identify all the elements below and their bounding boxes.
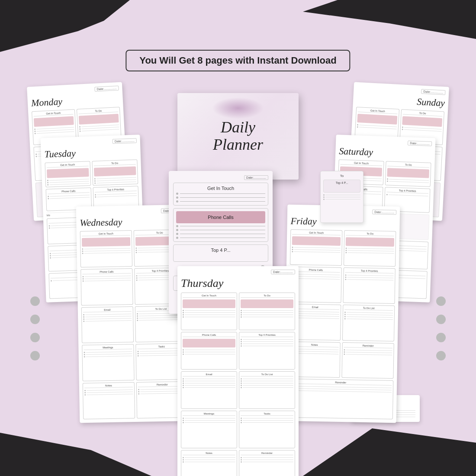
ink-splash-top-left xyxy=(0,0,130,52)
fri-big-reminder: Reminder xyxy=(287,379,394,419)
fri-todo: To Do xyxy=(344,230,396,267)
thu-email: Email xyxy=(181,371,237,409)
thu-notes: Notes xyxy=(181,450,237,476)
monday-date: Date:............... xyxy=(94,86,119,92)
zoom-get-in-touch-label: Get In Touch xyxy=(176,186,265,191)
thu-top4: Top 4 Priorities xyxy=(239,332,295,370)
zoom-top4-partial: Top 4 P... xyxy=(173,244,268,262)
wed-notes: Notes xyxy=(83,382,135,419)
wed-email: Email xyxy=(81,306,134,344)
fri-todolist: To Do List xyxy=(342,305,395,341)
pages-area: Date:............... Monday Get In Touch… xyxy=(22,80,454,457)
saturday-title: Saturday xyxy=(339,145,432,160)
thu-todolist: To Do List xyxy=(239,371,295,409)
thu-todo: To Do xyxy=(239,293,295,330)
wed-get-in-touch: Get In Touch xyxy=(80,230,132,267)
zoom-top4-label: Top 4 P... xyxy=(176,248,265,253)
saturday-todo: To Do xyxy=(385,161,431,187)
ink-splash-top-right xyxy=(303,0,476,39)
top4-partial-overlay: To Top 4 P... xyxy=(320,171,363,223)
zoom-get-in-touch: Get In Touch xyxy=(173,183,268,206)
zoom-phone-calls: Phone Calls xyxy=(173,208,268,242)
thu-get-in-touch: Get In Touch xyxy=(181,293,237,330)
daily-planner-title: DailyPlanner xyxy=(213,119,263,153)
thu-meetings: Meetings xyxy=(181,411,237,448)
right-dots xyxy=(436,296,446,360)
fri-reminder: Reminder xyxy=(341,342,394,379)
zoom-date: Date:............... xyxy=(244,175,268,180)
friday-page: Date:............... Friday Get In Touch… xyxy=(284,205,400,423)
left-dots xyxy=(30,296,40,360)
daily-planner-page: DailyPlanner xyxy=(177,93,299,180)
wed-meetings: Meetings xyxy=(82,344,134,381)
thu-tasks: Tasks xyxy=(239,411,295,448)
sunday-date: Date:............... xyxy=(421,89,445,95)
zoom-phone-calls-label: Phone Calls xyxy=(176,211,265,223)
saturday-date: Date:............... xyxy=(408,141,432,146)
tuesday-date: Date:............... xyxy=(113,138,137,144)
monday-title: Monday xyxy=(31,93,119,109)
thursday-title: Thursday xyxy=(181,277,295,290)
wed-phone-calls: Phone Calls xyxy=(80,268,133,306)
tuesday-todo: To Do xyxy=(92,159,138,186)
sunday-title: Sunday xyxy=(357,93,445,109)
fri-get-in-touch: Get In Touch xyxy=(290,229,342,266)
thursday-page: Date:............... Thursday Get In Tou… xyxy=(177,266,299,476)
friday-date: Date:............... xyxy=(372,209,396,215)
tuesday-title: Tuesday xyxy=(44,145,137,160)
main-title: You Will Get 8 pages with Instant Downlo… xyxy=(125,50,350,71)
thu-phone-calls: Phone Calls xyxy=(181,332,237,370)
tuesday-get-in-touch: Get In Touch xyxy=(45,161,91,187)
fri-top4: Top 4 Priorities xyxy=(343,267,395,304)
thu-reminder: Reminder xyxy=(239,450,295,476)
thursday-date: Date:............... xyxy=(271,270,295,274)
